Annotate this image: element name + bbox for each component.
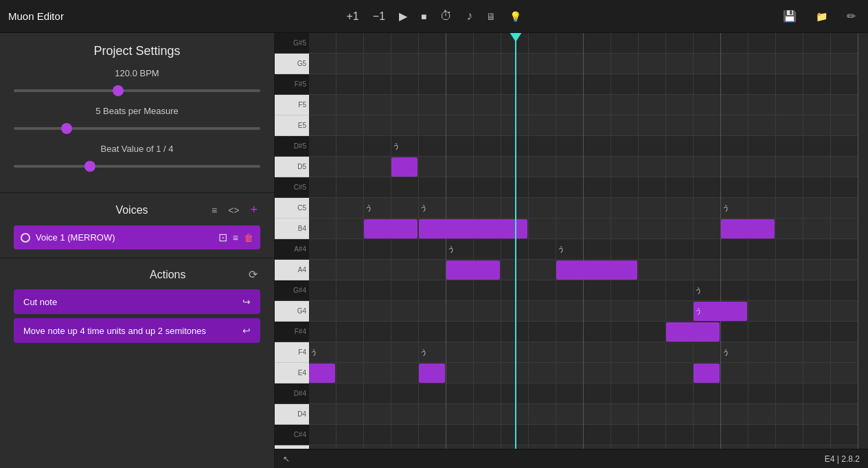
- grid-cell[interactable]: [831, 136, 858, 157]
- grid-cell[interactable]: [611, 115, 639, 136]
- grid-cell[interactable]: [364, 363, 391, 383]
- grid-cell[interactable]: [391, 239, 419, 260]
- grid-cell[interactable]: [666, 219, 694, 239]
- grid-cell[interactable]: [639, 260, 666, 280]
- grid-cell[interactable]: [419, 54, 446, 74]
- grid-cell[interactable]: [694, 74, 721, 95]
- grid-cell[interactable]: [584, 445, 611, 449]
- grid-cell[interactable]: [529, 404, 556, 425]
- grid-cell[interactable]: [474, 363, 501, 383]
- stop-button[interactable]: ■: [417, 8, 431, 25]
- grid-cell[interactable]: [721, 445, 749, 449]
- grid-cell[interactable]: [803, 115, 831, 136]
- grid-cell[interactable]: [694, 280, 721, 301]
- grid-cell[interactable]: [419, 404, 446, 425]
- grid-row-g5[interactable]: [309, 54, 858, 74]
- grid-cell[interactable]: [584, 198, 611, 219]
- grid-cell[interactable]: [666, 33, 694, 54]
- piano-key-gs4[interactable]: G#4: [275, 280, 309, 301]
- grid-cell[interactable]: [803, 404, 831, 425]
- grid-cell[interactable]: [584, 383, 611, 404]
- grid-cell[interactable]: [749, 342, 776, 363]
- grid-cell[interactable]: [776, 198, 803, 219]
- grid-cell[interactable]: [666, 342, 694, 363]
- grid-cell[interactable]: [556, 219, 584, 239]
- grid-cell[interactable]: [309, 177, 336, 198]
- grid-cell[interactable]: [336, 33, 364, 54]
- grid-cell[interactable]: [474, 54, 501, 74]
- grid-cell[interactable]: [776, 74, 803, 95]
- grid-cell[interactable]: [831, 198, 858, 219]
- grid-cell[interactable]: [694, 54, 721, 74]
- grid-cell[interactable]: [556, 363, 584, 383]
- grid-cell[interactable]: [803, 95, 831, 115]
- grid-cell[interactable]: [694, 383, 721, 404]
- grid-cell[interactable]: [336, 342, 364, 363]
- grid-cell[interactable]: [474, 383, 501, 404]
- grid-cell[interactable]: [584, 363, 611, 383]
- grid-cell[interactable]: [446, 33, 474, 54]
- grid-cell[interactable]: [721, 33, 749, 54]
- grid-cell[interactable]: [364, 404, 391, 425]
- grid-cell[interactable]: [391, 95, 419, 115]
- grid-cell[interactable]: [776, 115, 803, 136]
- grid-cell[interactable]: [611, 342, 639, 363]
- note-block[interactable]: [694, 364, 720, 383]
- grid-cell[interactable]: [556, 33, 584, 54]
- grid-row-fs5[interactable]: [309, 74, 858, 95]
- grid-cell[interactable]: [776, 445, 803, 449]
- grid-cell[interactable]: [721, 136, 749, 157]
- grid-cell[interactable]: [336, 383, 364, 404]
- piano-key-gs5[interactable]: G#5: [275, 33, 309, 54]
- grid-cell[interactable]: [419, 157, 446, 177]
- grid-cell[interactable]: [364, 342, 391, 363]
- grid-cell[interactable]: [419, 445, 446, 449]
- grid-cell[interactable]: [474, 136, 501, 157]
- grid-cell[interactable]: [831, 301, 858, 322]
- grid-row-f4[interactable]: [309, 342, 858, 363]
- grid-cell[interactable]: [391, 342, 419, 363]
- grid-cell[interactable]: [831, 445, 858, 449]
- grid-cell[interactable]: [749, 33, 776, 54]
- note-block[interactable]: [419, 219, 527, 238]
- note-button[interactable]: ♪: [462, 6, 477, 26]
- grid-cell[interactable]: [803, 54, 831, 74]
- grid-cell[interactable]: [584, 177, 611, 198]
- grid-cell[interactable]: [749, 280, 776, 301]
- grid-cell[interactable]: [721, 239, 749, 260]
- grid-cell[interactable]: [556, 157, 584, 177]
- grid-cell[interactable]: [336, 136, 364, 157]
- grid-cell[interactable]: [803, 280, 831, 301]
- grid-cell[interactable]: [694, 136, 721, 157]
- grid-cell[interactable]: [419, 342, 446, 363]
- grid-cell[interactable]: [721, 115, 749, 136]
- grid-cell[interactable]: [721, 322, 749, 342]
- grid-cell[interactable]: [391, 425, 419, 445]
- piano-key-cs4[interactable]: C#4: [275, 425, 309, 445]
- grid-cell[interactable]: [639, 280, 666, 301]
- piano-key-c4[interactable]: C4: [275, 445, 309, 449]
- grid-cell[interactable]: [584, 280, 611, 301]
- grid-cell[interactable]: [584, 322, 611, 342]
- grid-cell[interactable]: [474, 157, 501, 177]
- grid-cell[interactable]: [364, 322, 391, 342]
- piano-key-g5[interactable]: G5: [275, 54, 309, 74]
- grid-cell[interactable]: [639, 115, 666, 136]
- grid-cell[interactable]: [529, 115, 556, 136]
- grid-cell[interactable]: [446, 383, 474, 404]
- grid-cell[interactable]: [639, 54, 666, 74]
- grid-cell[interactable]: [309, 342, 336, 363]
- grid-cell[interactable]: [749, 383, 776, 404]
- grid-cell[interactable]: [336, 301, 364, 322]
- grid-cell[interactable]: [584, 301, 611, 322]
- grid-cell[interactable]: [556, 425, 584, 445]
- grid-row-c4[interactable]: [309, 445, 858, 449]
- note-block[interactable]: [446, 260, 500, 280]
- note-block[interactable]: [694, 302, 747, 321]
- grid-cell[interactable]: [336, 363, 364, 383]
- grid-cell[interactable]: [749, 95, 776, 115]
- grid-cell[interactable]: [446, 280, 474, 301]
- note-block[interactable]: [721, 219, 775, 238]
- grid-cell[interactable]: [336, 115, 364, 136]
- grid-cell[interactable]: [309, 198, 336, 219]
